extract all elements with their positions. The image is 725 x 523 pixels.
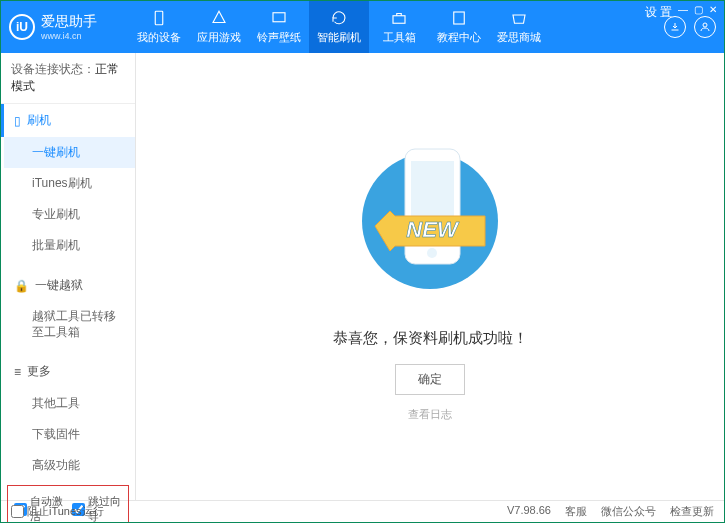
checkbox-block-itunes[interactable]: 阻止iTunes运行 — [11, 504, 104, 519]
ribbon-text: NEW — [406, 217, 460, 242]
group-title: 更多 — [27, 363, 51, 380]
sidebar-group-flash[interactable]: ▯ 刷机 — [1, 104, 135, 137]
nav-store[interactable]: 爱思商城 — [489, 1, 549, 53]
version-label: V7.98.66 — [507, 504, 551, 519]
view-log-link[interactable]: 查看日志 — [408, 407, 452, 422]
sidebar-item-advanced[interactable]: 高级功能 — [4, 450, 135, 481]
refresh-icon — [330, 9, 348, 27]
main-content: NEW 恭喜您，保资料刷机成功啦！ 确定 查看日志 — [136, 53, 724, 500]
nav-label: 爱思商城 — [497, 30, 541, 45]
toolbox-icon — [390, 9, 408, 27]
conn-label: 设备连接状态： — [11, 62, 95, 76]
checkbox-input[interactable] — [11, 505, 24, 518]
nav-label: 应用游戏 — [197, 30, 241, 45]
sidebar-group-more[interactable]: ≡ 更多 — [4, 355, 135, 388]
book-icon — [450, 9, 468, 27]
wechat-link[interactable]: 微信公众号 — [601, 504, 656, 519]
sidebar-group-jailbreak: 🔒 一键越狱 — [4, 269, 135, 302]
sidebar-item-itunes-flash[interactable]: iTunes刷机 — [4, 168, 135, 199]
group-title: 一键越狱 — [35, 277, 83, 294]
sidebar-item-download-firmware[interactable]: 下载固件 — [4, 419, 135, 450]
customer-service-link[interactable]: 客服 — [565, 504, 587, 519]
sidebar-item-pro-flash[interactable]: 专业刷机 — [4, 199, 135, 230]
nav-ringtones[interactable]: 铃声壁纸 — [249, 1, 309, 53]
close-icon[interactable]: ✕ — [709, 4, 717, 21]
phone-icon: ▯ — [14, 114, 21, 128]
sidebar-item-batch-flash[interactable]: 批量刷机 — [4, 230, 135, 261]
svg-point-4 — [703, 23, 707, 27]
app-header: 设 置 — ▢ ✕ iU 爱思助手 www.i4.cn 我的设备 应用游戏 铃声… — [1, 1, 724, 53]
nav-flash[interactable]: 智能刷机 — [309, 1, 369, 53]
logo-icon: iU — [9, 14, 35, 40]
nav-label: 工具箱 — [383, 30, 416, 45]
maximize-icon[interactable]: ▢ — [694, 4, 703, 21]
jailbreak-note: 越狱工具已转移至工具箱 — [4, 302, 135, 347]
nav-my-device[interactable]: 我的设备 — [129, 1, 189, 53]
nav-label: 教程中心 — [437, 30, 481, 45]
sidebar: 设备连接状态：正常模式 ▯ 刷机 一键刷机 iTunes刷机 专业刷机 批量刷机… — [1, 53, 136, 500]
nav-apps[interactable]: 应用游戏 — [189, 1, 249, 53]
confirm-button[interactable]: 确定 — [395, 364, 465, 395]
apps-icon — [210, 9, 228, 27]
main-nav: 我的设备 应用游戏 铃声壁纸 智能刷机 工具箱 教程中心 爱思商城 — [129, 1, 664, 53]
list-icon: ≡ — [14, 365, 21, 379]
svg-rect-0 — [155, 11, 163, 25]
phone-icon — [150, 9, 168, 27]
group-title: 刷机 — [27, 112, 51, 129]
connection-status: 设备连接状态：正常模式 — [1, 53, 135, 104]
svg-rect-2 — [393, 16, 405, 24]
nav-toolbox[interactable]: 工具箱 — [369, 1, 429, 53]
success-message: 恭喜您，保资料刷机成功啦！ — [333, 329, 528, 348]
logo: iU 爱思助手 www.i4.cn — [9, 13, 129, 41]
nav-tutorials[interactable]: 教程中心 — [429, 1, 489, 53]
sidebar-item-oneclick-flash[interactable]: 一键刷机 — [4, 137, 135, 168]
nav-label: 我的设备 — [137, 30, 181, 45]
svg-rect-1 — [273, 13, 285, 22]
checkbox-label: 阻止iTunes运行 — [27, 504, 104, 519]
app-name: 爱思助手 — [41, 13, 97, 31]
nav-label: 铃声壁纸 — [257, 30, 301, 45]
lock-icon: 🔒 — [14, 279, 29, 293]
svg-point-8 — [427, 248, 437, 258]
minimize-icon[interactable]: — — [678, 4, 688, 21]
nav-label: 智能刷机 — [317, 30, 361, 45]
svg-rect-3 — [454, 12, 465, 24]
wallpaper-icon — [270, 9, 288, 27]
settings-link[interactable]: 设 置 — [645, 4, 672, 21]
sidebar-item-other-tools[interactable]: 其他工具 — [4, 388, 135, 419]
app-url: www.i4.cn — [41, 31, 97, 41]
success-illustration: NEW — [360, 131, 500, 311]
store-icon — [510, 9, 528, 27]
check-update-link[interactable]: 检查更新 — [670, 504, 714, 519]
window-controls: 设 置 — ▢ ✕ — [645, 4, 717, 21]
